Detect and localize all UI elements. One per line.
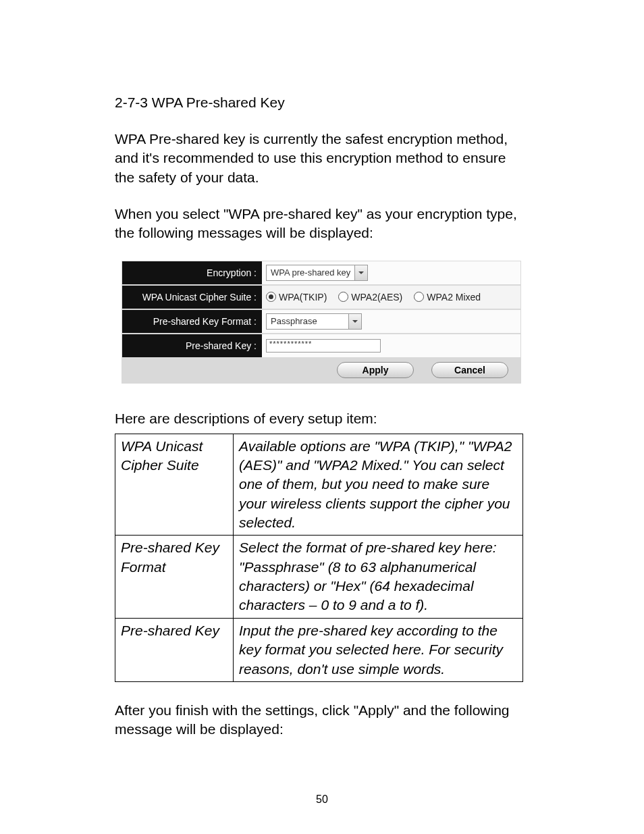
radio-icon: [338, 292, 348, 302]
key-format-select[interactable]: Passphrase: [266, 313, 362, 330]
wpa-settings-panel: Encryption : WPA pre-shared key WPA Unic…: [122, 261, 521, 384]
table-row: WPA Unicast Cipher Suite Available optio…: [115, 434, 523, 536]
encryption-select-value: WPA pre-shared key: [267, 267, 354, 278]
radio-icon: [414, 292, 424, 302]
cipher-option-label: WPA2 Mixed: [427, 292, 481, 303]
term-cell: Pre-shared Key: [115, 618, 234, 681]
cipher-suite-label: WPA Unicast Cipher Suite :: [122, 286, 262, 309]
definition-cell: Input the pre-shared key according to th…: [234, 618, 523, 681]
page-number: 50: [115, 793, 529, 806]
after-paragraph: After you finish with the settings, clic…: [115, 701, 529, 739]
description-intro: Here are descriptions of every setup ite…: [115, 411, 529, 427]
description-table: WPA Unicast Cipher Suite Available optio…: [115, 434, 523, 682]
term-cell: WPA Unicast Cipher Suite: [115, 434, 234, 536]
section-heading: 2-7-3 WPA Pre-shared Key: [115, 95, 529, 111]
radio-icon: [266, 292, 276, 302]
definition-cell: Available options are "WPA (TKIP)," "WPA…: [234, 434, 523, 536]
preshared-key-input[interactable]: ************: [266, 339, 381, 353]
preshared-key-label: Pre-shared Key :: [122, 334, 262, 357]
key-format-select-value: Passphrase: [267, 316, 348, 326]
cipher-option-wpa2-aes[interactable]: WPA2(AES): [338, 292, 402, 303]
cancel-button[interactable]: Cancel: [431, 362, 508, 378]
table-row: Pre-shared Key Input the pre-shared key …: [115, 618, 523, 681]
definition-cell: Select the format of pre-shared key here…: [234, 536, 523, 618]
encryption-label: Encryption :: [122, 261, 262, 284]
cipher-option-wpa2-mixed[interactable]: WPA2 Mixed: [414, 292, 481, 303]
apply-button[interactable]: Apply: [337, 362, 414, 378]
intro-paragraph-2: When you select "WPA pre-shared key" as …: [115, 205, 529, 243]
chevron-down-icon: [348, 314, 361, 329]
chevron-down-icon: [354, 265, 367, 280]
intro-paragraph-1: WPA Pre-shared key is currently the safe…: [115, 130, 529, 187]
encryption-select[interactable]: WPA pre-shared key: [266, 265, 368, 281]
term-cell: Pre-shared Key Format: [115, 536, 234, 618]
cipher-option-wpa-tkip[interactable]: WPA(TKIP): [266, 292, 327, 303]
cipher-option-label: WPA2(AES): [351, 292, 402, 303]
table-row: Pre-shared Key Format Select the format …: [115, 536, 523, 618]
key-format-label: Pre-shared Key Format :: [122, 310, 262, 333]
cipher-option-label: WPA(TKIP): [279, 292, 327, 303]
